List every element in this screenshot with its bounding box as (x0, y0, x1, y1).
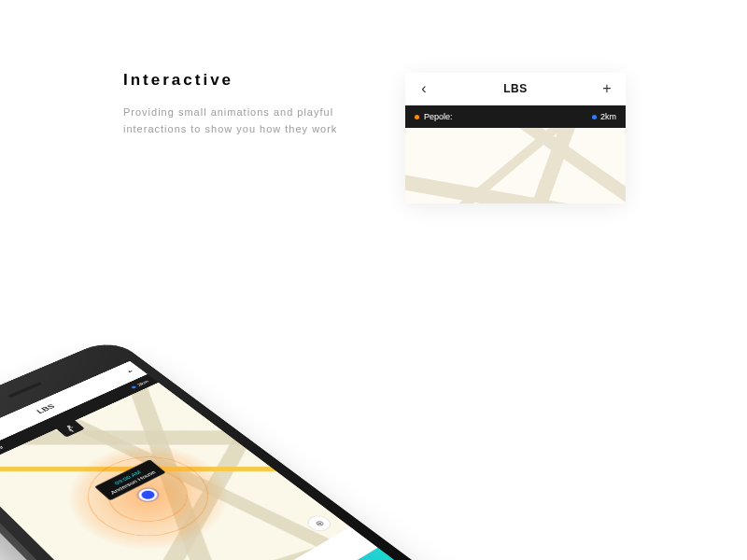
back-button[interactable]: ‹ (416, 80, 431, 97)
distance-label: 2km (592, 112, 616, 121)
flat-ui-preview: ‹ LBS + Pepole: 2km (405, 73, 626, 203)
promo-description: Providing small animations and playful i… (123, 105, 347, 137)
people-label: Pepole: (415, 112, 453, 121)
info-bar: Pepole: 2km (405, 105, 626, 128)
promo-text-block: Interactive Providing small animations a… (123, 71, 347, 137)
blue-dot-icon (592, 115, 597, 119)
blue-dot-icon (131, 385, 136, 389)
add-button[interactable]: + (599, 80, 614, 97)
promo-title: Interactive (123, 71, 347, 90)
phone-screen: ‹ LBS + Pepole: 39 2km 09:00 AM Anderson… (0, 361, 405, 560)
phone-mockup-stage: ‹ LBS + Pepole: 39 2km 09:00 AM Anderson… (19, 233, 504, 551)
header-title: LBS (503, 82, 528, 95)
orange-dot-icon (415, 115, 419, 119)
header-title: LBS (35, 403, 57, 415)
svg-point-1 (67, 426, 70, 427)
walk-icon (63, 424, 78, 434)
app-header: ‹ LBS + (405, 73, 626, 105)
map-preview (405, 128, 626, 203)
add-button[interactable]: + (125, 368, 135, 374)
phone-device: ‹ LBS + Pepole: 39 2km 09:00 AM Anderson… (0, 338, 460, 560)
